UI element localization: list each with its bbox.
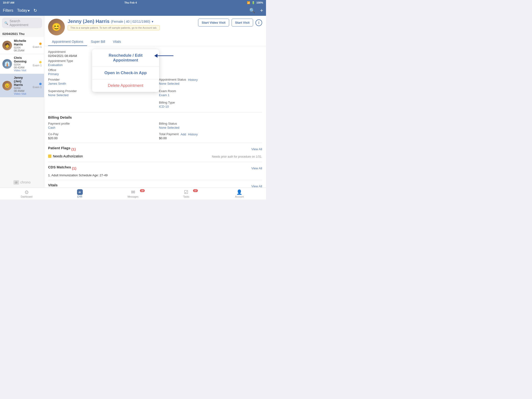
appointment-status-label: Appointment Status bbox=[159, 78, 186, 81]
today-chevron-icon: ▾ bbox=[28, 8, 30, 13]
total-payment-add-link[interactable]: Add bbox=[181, 133, 186, 136]
drchrono-logo: dr chrono bbox=[0, 177, 44, 188]
start-visit-button[interactable]: Start Visit bbox=[232, 19, 253, 26]
billing-status-field: Billing Status None Selected bbox=[159, 122, 262, 129]
open-checkin-app-menu-item[interactable]: Open in Check-in App bbox=[92, 67, 159, 79]
billing-status-value[interactable]: None Selected bbox=[159, 126, 262, 129]
appt-date: 02/04/2021 08:49AM bbox=[48, 54, 77, 58]
billing-type-label: Billing Type bbox=[159, 101, 262, 104]
info-button[interactable]: i bbox=[255, 19, 262, 26]
flag-icon bbox=[48, 155, 51, 158]
patient-flags-view-all[interactable]: View All bbox=[251, 147, 262, 151]
nav-bar: Filters Today ▾ ↻ 🔍 + bbox=[0, 5, 266, 16]
messages-badge: 18 bbox=[140, 189, 145, 192]
refresh-button[interactable]: ↻ bbox=[33, 8, 37, 13]
search-icon: 🔍 bbox=[4, 21, 8, 25]
exam-room-value[interactable]: Exam 1 bbox=[159, 93, 262, 97]
tab-bar: ⊙ Dashboard dr EHR 18 ✉ Messages 37 ☑ Ta… bbox=[0, 188, 266, 200]
tab-tasks[interactable]: 37 ☑ Tasks bbox=[159, 189, 213, 198]
total-payment-field: Total Payment Add History $0.00 bbox=[159, 132, 262, 140]
search-bar[interactable]: 🔍 Search Appointment bbox=[2, 18, 42, 28]
billing-grid: Payment profile Cash Billing Status None… bbox=[48, 122, 262, 140]
total-payment-value: $0.00 bbox=[159, 136, 262, 140]
status-dot bbox=[39, 43, 42, 45]
patient-header: 😊 Jenny (Jen) Harris (Female | 40 | 02/1… bbox=[44, 16, 266, 46]
delete-appointment-menu-item[interactable]: Delete Appointment bbox=[92, 79, 159, 92]
office-label: Office bbox=[48, 68, 77, 72]
exam-room-field: Exam Room Exam 1 bbox=[159, 89, 262, 97]
messages-label: Messages bbox=[127, 196, 139, 198]
vitals-view-all[interactable]: View All bbox=[251, 184, 262, 188]
appointment-time: 02/04 08:42AM bbox=[14, 63, 31, 69]
divider bbox=[48, 162, 262, 162]
status-dot bbox=[39, 61, 42, 63]
copay-label: Co-Pay bbox=[48, 132, 152, 136]
exam-room: Exam 1 bbox=[33, 64, 42, 67]
tab-ehr[interactable]: dr EHR bbox=[53, 189, 106, 198]
patient-name: Jenny (Jen) Harris bbox=[14, 76, 31, 87]
copay-field: Co-Pay $20.00 bbox=[48, 132, 152, 140]
appointment-status-value[interactable]: None Selected bbox=[159, 82, 262, 85]
tab-dashboard[interactable]: ⊙ Dashboard bbox=[0, 189, 53, 198]
search-button[interactable]: 🔍 bbox=[249, 8, 255, 13]
divider bbox=[48, 180, 262, 180]
patient-chevron-icon[interactable]: ▾ bbox=[152, 20, 153, 23]
patient-avatar: 😊 bbox=[48, 19, 65, 35]
payment-profile-field: Payment profile Cash bbox=[48, 122, 152, 129]
appointment-status-history-link[interactable]: History bbox=[188, 78, 198, 82]
payment-profile-label: Payment profile bbox=[48, 122, 152, 125]
reschedule-edit-menu-item[interactable]: Reschedule / Edit Appointment bbox=[92, 49, 159, 67]
exam-room: Exam 1 bbox=[33, 86, 42, 89]
messages-icon: ✉ bbox=[131, 189, 135, 195]
appointment-time: 02/04 08:25AM bbox=[14, 46, 31, 52]
tab-messages[interactable]: 18 ✉ Messages bbox=[107, 189, 159, 198]
main-layout: 🔍 Search Appointment 02/04/2021 Thu 🧑 Mi… bbox=[0, 16, 266, 188]
flag-note: Needs prior auth for procedure on 1/31. bbox=[212, 155, 262, 158]
vitals-header: Vitals View All bbox=[48, 183, 262, 188]
patient-flags-count: 1 bbox=[72, 147, 74, 151]
search-appointment-input[interactable]: Search Appointment bbox=[10, 19, 40, 27]
appointment-status-field: Appointment Status History None Selected bbox=[159, 78, 262, 85]
svg-marker-1 bbox=[154, 54, 157, 58]
dashboard-label: Dashboard bbox=[21, 196, 32, 198]
supervising-provider-value[interactable]: None Selected bbox=[48, 93, 152, 97]
office-value[interactable]: Primary bbox=[48, 72, 77, 76]
status-time: 10:07 AM bbox=[3, 1, 14, 4]
dashboard-icon: ⊙ bbox=[25, 189, 29, 195]
tab-appointment-options[interactable]: Appointment Options bbox=[48, 38, 87, 46]
add-button[interactable]: + bbox=[260, 7, 263, 14]
main-content: 😊 Jenny (Jen) Harris (Female | 40 | 02/1… bbox=[44, 16, 266, 188]
status-date: Thu Feb 4 bbox=[124, 1, 137, 4]
tasks-label: Tasks bbox=[183, 196, 190, 198]
billing-type-field: Billing Type ICD-10 bbox=[159, 101, 262, 108]
ehr-icon: dr bbox=[77, 189, 83, 195]
tab-account[interactable]: 👤 Account bbox=[213, 189, 266, 198]
cds-matches-title: CDS Matches bbox=[48, 165, 71, 169]
filters-button[interactable]: Filters bbox=[3, 8, 13, 13]
flag-label: Needs Authorization bbox=[53, 154, 83, 158]
cds-matches-view-all[interactable]: View All bbox=[251, 166, 262, 170]
avatar: 👔 bbox=[2, 59, 12, 69]
patient-name: Michelle Harris bbox=[14, 39, 31, 46]
tab-vitals[interactable]: Vitals bbox=[109, 38, 125, 46]
patient-full-name[interactable]: Jenny (Jen) Harris bbox=[68, 19, 110, 24]
appt-type-value[interactable]: Evaluation bbox=[48, 63, 77, 67]
total-payment-history-link[interactable]: History bbox=[188, 133, 198, 136]
exam-room-label: Exam Room bbox=[159, 89, 262, 93]
video-visit-link[interactable]: Video Visit bbox=[14, 92, 31, 95]
start-video-visit-button[interactable]: Start Video Visit bbox=[198, 19, 229, 26]
appointment-item[interactable]: 😊 Jenny (Jen) Harris 02/04 08:49AM Video… bbox=[0, 74, 44, 97]
date-header: 02/04/2021 Thu bbox=[0, 30, 44, 37]
arrow-indicator bbox=[154, 52, 173, 60]
dropdown-menu: Reschedule / Edit Appointment Open in Ch… bbox=[92, 49, 159, 92]
payment-profile-value[interactable]: Cash bbox=[48, 126, 152, 129]
appt-type-label: Appointment bbox=[48, 50, 77, 54]
today-button[interactable]: Today ▾ bbox=[17, 8, 30, 13]
sample-notice: This is a sample patient. To turn off sa… bbox=[68, 25, 160, 30]
appointment-item[interactable]: 👔 Chris Genning 02/04 08:42AM Video Visi… bbox=[0, 54, 44, 74]
billing-type-value[interactable]: ICD-10 bbox=[159, 105, 262, 108]
tab-super-bill[interactable]: Super Bill bbox=[87, 38, 109, 46]
video-visit-link[interactable]: Video Visit bbox=[14, 69, 31, 72]
appointment-item[interactable]: 🧑 Michelle Harris 02/04 08:25AM Exam 1 bbox=[0, 37, 44, 54]
cds-matches-count: 1 bbox=[73, 166, 75, 170]
